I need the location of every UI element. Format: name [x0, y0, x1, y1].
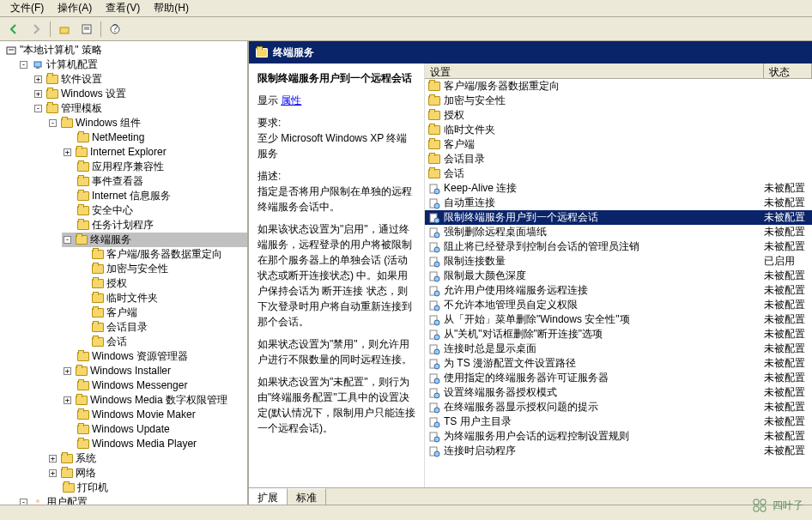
svg-point-40	[434, 393, 439, 398]
tree-system[interactable]: +系统	[47, 451, 247, 466]
tree-item[interactable]: +Internet Explorer	[62, 145, 247, 160]
tree-item[interactable]: 授权	[76, 276, 247, 291]
forward-button	[27, 21, 45, 38]
svg-rect-8	[34, 62, 41, 67]
svg-point-42	[434, 408, 439, 413]
policy-row[interactable]: 不允许本地管理员自定义权限未被配置	[425, 298, 812, 312]
policy-row[interactable]: 为终端服务用户会话的远程控制设置规则未被配置	[425, 429, 812, 444]
tree-item[interactable]: 任务计划程序	[62, 218, 247, 233]
tree-item[interactable]: 加密与安全性	[76, 262, 247, 276]
properties-link[interactable]: 属性	[281, 94, 301, 106]
menu-view[interactable]: 查看(V)	[100, 0, 145, 17]
up-button[interactable]	[56, 21, 73, 38]
policy-icon	[428, 402, 440, 414]
tree-panel[interactable]: "本地计算机" 策略 -计算机配置 +软件设置 +Windows 设置 -管理模…	[0, 41, 249, 505]
tree-item[interactable]: 安全中心	[62, 203, 247, 218]
policy-row[interactable]: 从「开始」菜单删除"Windows 安全性"项未被配置	[425, 312, 812, 327]
svg-point-36	[434, 364, 439, 369]
policy-row[interactable]: 允许用户使用终端服务远程连接未被配置	[425, 283, 812, 298]
tree-user-config[interactable]: -用户配置	[18, 495, 247, 505]
policy-row[interactable]: 从"关机"对话框删除"断开连接"选项未被配置	[425, 327, 812, 342]
svg-rect-49	[754, 499, 759, 505]
content-header: 终端服务	[249, 41, 812, 63]
policy-icon	[428, 212, 440, 224]
policy-row[interactable]: 限制终端服务用户到一个远程会话未被配置	[425, 210, 812, 225]
tree-computer-config[interactable]: -计算机配置	[18, 57, 247, 72]
policy-row[interactable]: Keep-Alive 连接未被配置	[425, 181, 812, 196]
policy-icon	[428, 285, 440, 297]
policy-row[interactable]: 强制删除远程桌面墙纸未被配置	[425, 225, 812, 239]
folder-row[interactable]: 客户端	[425, 137, 812, 152]
policy-icon	[428, 241, 440, 253]
policy-row[interactable]: 阻止将已经登录到控制台会话的管理员注销未被配置	[425, 239, 812, 254]
svg-point-24	[434, 276, 439, 281]
policy-icon	[428, 387, 440, 399]
tree-item[interactable]: 临时文件夹	[76, 291, 247, 305]
policy-row[interactable]: 在终端服务器显示授权问题的提示未被配置	[425, 400, 812, 414]
tree-item[interactable]: +Windows Installer	[62, 364, 247, 378]
menu-action[interactable]: 操作(A)	[52, 0, 97, 17]
tree-item[interactable]: 事件查看器	[62, 174, 247, 189]
menu-file[interactable]: 文件(F)	[5, 0, 49, 17]
policy-icon	[428, 372, 440, 384]
folder-row[interactable]: 会话目录	[425, 152, 812, 166]
tree-root[interactable]: "本地计算机" 策略	[3, 43, 247, 57]
folder-row[interactable]: 会话	[425, 166, 812, 181]
svg-point-26	[434, 291, 439, 296]
properties-button[interactable]	[78, 21, 95, 38]
tree-item[interactable]: Windows Messenger	[62, 378, 247, 393]
tree-item[interactable]: Windows Media Player	[62, 437, 247, 451]
tree-item[interactable]: +Windows Media 数字权限管理	[62, 393, 247, 408]
folder-icon	[256, 48, 268, 57]
tree-item[interactable]: NetMeeting	[62, 130, 247, 145]
tab-standard[interactable]: 标准	[288, 488, 326, 505]
tree-item[interactable]: 客户端	[76, 305, 247, 320]
policy-row[interactable]: 连接时启动程序未被配置	[425, 444, 812, 458]
policy-row[interactable]: 限制最大颜色深度未被配置	[425, 269, 812, 283]
svg-rect-0	[60, 27, 69, 33]
tree-item[interactable]: 会话目录	[76, 320, 247, 335]
tree-software-settings[interactable]: +软件设置	[33, 72, 247, 87]
folder-row[interactable]: 客户端/服务器数据重定向	[425, 79, 812, 94]
column-header[interactable]: 设置 状态	[425, 63, 812, 79]
tree-printers[interactable]: 打印机	[47, 481, 247, 495]
policy-row[interactable]: 自动重连接未被配置	[425, 196, 812, 210]
tree-item[interactable]: Internet 信息服务	[62, 189, 247, 203]
tree-terminal-services[interactable]: -终端服务	[62, 233, 247, 247]
policy-icon	[428, 314, 440, 326]
folder-row[interactable]: 加密与安全性	[425, 94, 812, 108]
svg-point-18	[434, 233, 439, 238]
tree-item[interactable]: 应用程序兼容性	[62, 160, 247, 174]
policy-icon	[428, 183, 440, 195]
menu-help[interactable]: 帮助(H)	[148, 0, 194, 17]
tree-item[interactable]: Windows Update	[62, 422, 247, 437]
folder-row[interactable]: 临时文件夹	[425, 123, 812, 137]
policy-row[interactable]: 限制连接数量已启用	[425, 254, 812, 269]
policy-row[interactable]: 使用指定的终端服务器许可证服务器未被配置	[425, 371, 812, 385]
policy-row[interactable]: 为 TS 漫游配置文件设置路径未被配置	[425, 356, 812, 371]
tree-admin-templates[interactable]: -管理模板	[33, 101, 247, 116]
svg-point-44	[434, 422, 439, 427]
tree-item[interactable]: Windows 资源管理器	[62, 349, 247, 364]
tree-item[interactable]: Windows Movie Maker	[62, 408, 247, 422]
svg-point-22	[434, 262, 439, 267]
svg-rect-50	[760, 499, 766, 505]
policy-row[interactable]: 设置终端服务器授权模式未被配置	[425, 385, 812, 400]
tab-extended[interactable]: 扩展	[249, 488, 288, 505]
settings-list[interactable]: 设置 状态 客户端/服务器数据重定向加密与安全性授权临时文件夹客户端会话目录会话…	[425, 63, 812, 487]
help-button[interactable]: ?	[106, 21, 124, 38]
tree-windows-settings[interactable]: +Windows 设置	[33, 87, 247, 101]
svg-rect-52	[760, 506, 766, 511]
tree-item[interactable]: 会话	[76, 335, 247, 349]
tree-windows-components[interactable]: -Windows 组件	[47, 116, 247, 130]
tree-network[interactable]: +网络	[47, 466, 247, 481]
col-setting[interactable]: 设置	[425, 63, 764, 78]
svg-point-12	[434, 189, 439, 194]
policy-row[interactable]: TS 用户主目录未被配置	[425, 414, 812, 429]
menubar: 文件(F) 操作(A) 查看(V) 帮助(H)	[0, 0, 812, 17]
policy-row[interactable]: 连接时总是显示桌面未被配置	[425, 342, 812, 356]
tree-item[interactable]: 客户端/服务器数据重定向	[76, 247, 247, 262]
back-button[interactable]	[5, 21, 22, 38]
col-state[interactable]: 状态	[764, 63, 812, 78]
folder-row[interactable]: 授权	[425, 108, 812, 123]
